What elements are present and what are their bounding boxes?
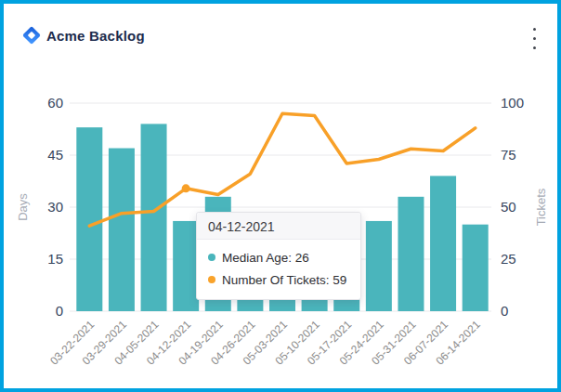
left-axis-name: Days: [16, 193, 30, 221]
app-window: Acme Backlog 0153045600255075100DaysTick…: [0, 0, 561, 392]
left-axis-tick: 60: [47, 95, 63, 111]
median-age-dot-icon: [208, 254, 215, 261]
right-axis-tick: 100: [501, 95, 524, 111]
median-age-bar[interactable]: [173, 221, 199, 311]
tickets-dot-icon: [208, 276, 215, 283]
median-age-bar[interactable]: [398, 197, 424, 311]
tooltip-item-median-age: Median Age: 26: [208, 246, 349, 268]
chart-tooltip: 04-12-2021 Median Age: 26 Number Of Tick…: [196, 212, 361, 300]
right-axis-tick: 75: [501, 147, 516, 163]
median-age-bar[interactable]: [430, 176, 456, 311]
tooltip-item-tickets: Number Of Tickets: 59: [208, 268, 349, 291]
tooltip-body: Median Age: 26 Number Of Tickets: 59: [197, 240, 360, 299]
tooltip-title: 04-12-2021: [197, 213, 360, 240]
left-axis-tick: 0: [56, 303, 63, 319]
right-axis-name: Tickets: [534, 188, 548, 226]
left-axis-tick: 30: [47, 199, 63, 215]
right-axis-tick: 25: [501, 251, 516, 267]
median-age-bar[interactable]: [463, 225, 489, 311]
backlog-chart: 0153045600255075100DaysTickets03-22-2021…: [4, 4, 557, 388]
median-age-bar[interactable]: [109, 149, 135, 311]
median-age-bar[interactable]: [141, 124, 167, 311]
median-age-bar[interactable]: [366, 221, 392, 311]
left-axis-tick: 15: [47, 251, 63, 267]
left-axis-tick: 45: [47, 147, 63, 163]
hover-point-marker[interactable]: [182, 184, 190, 192]
median-age-bar[interactable]: [76, 127, 102, 311]
right-axis-tick: 0: [501, 303, 508, 319]
right-axis-tick: 50: [501, 199, 516, 215]
